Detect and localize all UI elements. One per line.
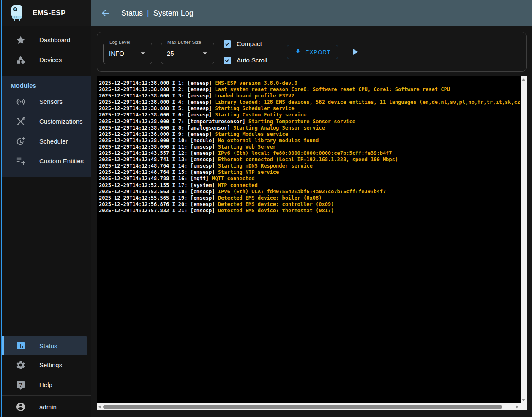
log-line: 2025-12-29T14:12:38.000 I 4: [emsesp] Li… xyxy=(99,99,521,106)
compact-checkbox-row[interactable]: Compact xyxy=(224,40,267,48)
sidebar-item-customizations[interactable]: Customizations xyxy=(2,111,91,131)
sidebar-item-label: Custom Entities xyxy=(39,157,84,165)
log-level-label: Log Level xyxy=(107,40,133,45)
log-line: 2025-12-29T14:12:56.876 I 20: [emsesp] D… xyxy=(99,201,521,208)
sidebar-section-modules: Modules Sensors xyxy=(2,76,91,177)
log-line: 2025-12-29T14:12:38.000 I 3: [emsesp] Lo… xyxy=(99,93,521,99)
log-lines: 2025-12-29T14:12:38.000 I 1: [emsesp] EM… xyxy=(97,76,521,403)
sidebar-item-settings[interactable]: Settings xyxy=(2,355,91,375)
sidebar-item-admin[interactable]: admin xyxy=(2,397,91,417)
horizontal-scrollbar[interactable] xyxy=(97,403,521,410)
log-line-prefix: 2025-12-29T14:12:38.000 I 11: [emsesp] xyxy=(99,144,218,150)
log-line-message: NTP connected xyxy=(218,182,258,188)
play-button[interactable] xyxy=(350,47,360,57)
sidebar-item-custom-entities[interactable]: Custom Entities xyxy=(2,151,91,171)
sensors-icon xyxy=(16,97,26,107)
sidebar-header: EMS-ESP xyxy=(2,0,91,26)
log-line-prefix: 2025-12-29T14:12:38.000 I 10: [module] xyxy=(99,138,218,144)
log-line-message: MQTT connected xyxy=(212,176,254,181)
log-line: 2025-12-29T14:12:43.557 I 12: [emsesp] I… xyxy=(99,150,521,157)
log-toolbar: Log Level INFO Max Buffer Size 25 xyxy=(97,32,527,72)
sidebar-item-scheduler[interactable]: Scheduler xyxy=(2,131,91,151)
star-icon xyxy=(16,35,26,45)
sidebar-item-label: Customizations xyxy=(39,118,83,125)
page-title: Status | System Log xyxy=(121,9,194,18)
log-line-message: IPv6 (Eth) local: fe80:0000:0000:0000:ce… xyxy=(218,150,392,156)
log-line: 2025-12-29T14:12:38.000 I 11: [emsesp] S… xyxy=(99,144,521,150)
sidebar-section-main: Dashboard Devices xyxy=(2,26,91,76)
log-line: 2025-12-29T14:12:38.000 I 8: [analogsens… xyxy=(99,125,521,131)
sidebar-item-devices[interactable]: Devices xyxy=(2,50,91,70)
modules-section-header: Modules xyxy=(2,76,91,92)
max-buffer-size-value: 25 xyxy=(167,50,174,57)
log-level-select[interactable]: Log Level INFO xyxy=(103,43,152,64)
log-line: 2025-12-29T14:12:38.000 I 5: [emsesp] St… xyxy=(99,106,521,112)
sidebar-item-sensors[interactable]: Sensors xyxy=(2,92,91,111)
log-line-prefix: 2025-12-29T14:12:38.000 I 6: [emsesp] xyxy=(99,112,215,118)
log-line: 2025-12-29T14:12:38.000 I 7: [temperatur… xyxy=(99,119,521,125)
sidebar: EMS-ESP Dashboard Devices Modules xyxy=(2,0,91,417)
gear-icon xyxy=(16,360,26,370)
scroll-right-arrow-icon[interactable] xyxy=(516,405,518,409)
sidebar-item-status[interactable]: Status xyxy=(2,336,87,355)
boiler-logo-icon xyxy=(10,5,24,22)
auto-scroll-checkbox-row[interactable]: Auto Scroll xyxy=(224,57,267,64)
help-icon: ? xyxy=(16,380,26,390)
log-level-value: INFO xyxy=(109,50,124,57)
auto-scroll-checkbox[interactable] xyxy=(224,57,231,64)
log-line-prefix: 2025-12-29T14:12:38.000 I 7: [temperatur… xyxy=(99,119,248,125)
log-line-prefix: 2025-12-29T14:12:48.788 I 16: [mqtt] xyxy=(99,176,212,181)
log-line-message: Starting Web Server xyxy=(218,144,276,150)
checkbox-group: Compact Auto Scroll xyxy=(224,40,267,64)
sidebar-divider xyxy=(2,395,91,396)
log-line-message: Starting mDNS Responder service xyxy=(218,163,313,169)
export-button-label: EXPORT xyxy=(306,49,331,55)
compact-checkbox[interactable] xyxy=(224,40,231,48)
log-line-prefix: 2025-12-29T14:12:55.565 I 19: [emsesp] xyxy=(99,195,218,201)
auto-scroll-checkbox-label: Auto Scroll xyxy=(237,57,267,64)
breadcrumb-separator: | xyxy=(147,9,149,18)
sidebar-user-label: admin xyxy=(39,403,57,411)
max-buffer-size-select[interactable]: Max Buffer Size 25 xyxy=(161,43,214,64)
app-root: EMS-ESP Dashboard Devices Modules xyxy=(0,0,532,417)
max-buffer-size-label: Max Buffer Size xyxy=(165,40,203,45)
vertical-scrollbar[interactable] xyxy=(521,76,527,403)
play-icon xyxy=(350,47,360,57)
log-line: 2025-12-29T14:12:38.000 I 9: [emsesp] St… xyxy=(99,131,521,138)
log-line: 2025-12-29T14:12:38.000 I 2: [emsesp] La… xyxy=(99,87,521,93)
log-line: 2025-12-29T14:12:38.000 I 6: [emsesp] St… xyxy=(99,112,521,118)
log-line: 2025-12-29T14:12:48.764 I 15: [emsesp] S… xyxy=(99,169,521,176)
log-line-message: IPv6 (Eth) ULA: fd40:5542:abf6:4a02:ce7b… xyxy=(218,189,386,195)
log-line-prefix: 2025-12-29T14:12:53.563 I 18: [emsesp] xyxy=(99,189,218,195)
log-line-message: Ethernet connected (Local IP=192.168.1.2… xyxy=(218,157,398,162)
log-line-prefix: 2025-12-29T14:12:56.876 I 20: [emsesp] xyxy=(99,201,218,207)
chevron-down-icon xyxy=(138,49,147,58)
log-line-prefix: 2025-12-29T14:12:38.000 I 4: [emsesp] xyxy=(99,99,215,105)
export-button[interactable]: EXPORT xyxy=(287,45,338,59)
scroll-left-arrow-icon[interactable] xyxy=(98,405,101,409)
breadcrumb-section: Status xyxy=(121,9,143,18)
breadcrumb-page: System Log xyxy=(153,9,194,18)
account-icon xyxy=(16,402,26,412)
log-line-message: Last system reset reason Core0: Software… xyxy=(215,87,450,92)
log-line: 2025-12-29T14:12:53.563 I 18: [emsesp] I… xyxy=(99,189,521,195)
scroll-up-arrow-icon[interactable] xyxy=(522,78,525,81)
sidebar-item-help[interactable]: ? Help xyxy=(2,375,91,395)
log-line-prefix: 2025-12-29T14:12:48.764 I 14: [emsesp] xyxy=(99,163,218,169)
log-line-message: EMS-ESP version 3.8.0-dev.0 xyxy=(215,80,297,86)
horizontal-scrollbar-thumb[interactable] xyxy=(103,405,502,409)
log-line-prefix: 2025-12-29T14:12:38.000 I 1: [emsesp] xyxy=(99,80,215,86)
window-left-edge xyxy=(0,0,2,417)
sidebar-item-dashboard[interactable]: Dashboard xyxy=(2,30,91,50)
sidebar-spacer xyxy=(2,177,91,336)
back-arrow-icon[interactable] xyxy=(100,8,111,19)
sidebar-item-label: Settings xyxy=(39,361,62,368)
scroll-down-arrow-icon[interactable] xyxy=(522,399,525,401)
log-line-prefix: 2025-12-29T14:12:38.000 I 9: [emsesp] xyxy=(99,131,215,137)
log-line-message: No external library modules found xyxy=(218,138,319,144)
log-line: 2025-12-29T14:12:52.155 I 17: [system] N… xyxy=(99,182,521,189)
log-line-prefix: 2025-12-29T14:12:48.764 I 15: [emsesp] xyxy=(99,169,218,175)
log-line: 2025-12-29T14:12:48.741 I 13: [emsesp] E… xyxy=(99,157,521,163)
top-app-bar: Status | System Log xyxy=(91,0,532,26)
sidebar-section-bottom: Status Settings ? Help xyxy=(2,336,91,395)
